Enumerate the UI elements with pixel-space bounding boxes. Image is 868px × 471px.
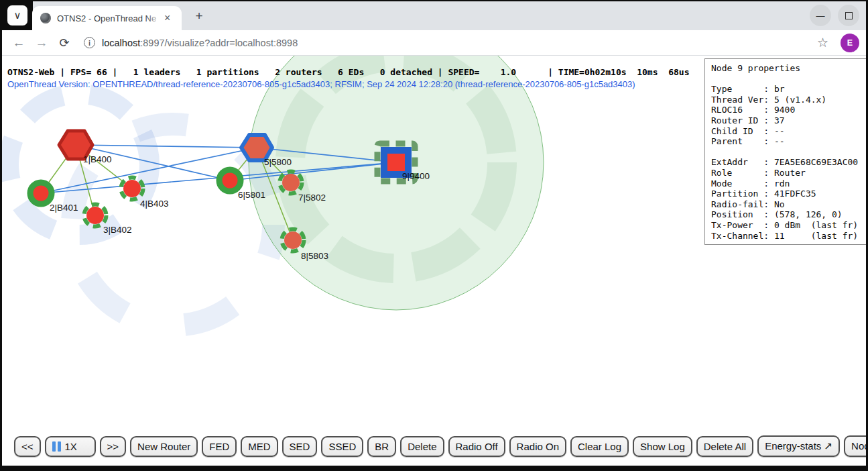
ed-circle[interactable] bbox=[282, 174, 300, 191]
ed-circle[interactable] bbox=[219, 170, 241, 191]
browser-tab[interactable]: OTNS2 - OpenThread Ne × bbox=[32, 6, 182, 30]
delete-button[interactable]: Delete bbox=[400, 436, 444, 457]
prop-tx-channel: Tx-Channel: 11 (last fr) bbox=[711, 231, 863, 242]
node-label: 4|B403 bbox=[140, 199, 169, 209]
radio-off-button[interactable]: Radio Off bbox=[448, 436, 505, 457]
address-bar: ← → ⟳ i localhost:8997/visualize?addr=lo… bbox=[2, 30, 866, 56]
show-log-button[interactable]: Show Log bbox=[633, 436, 692, 457]
prop-radio-fail: Radio-fail: No bbox=[711, 199, 863, 210]
prop-position: Position : (578, 126, 0) bbox=[711, 209, 863, 220]
prop-tx-power: Tx-Power : 0 dBm (last fr) bbox=[711, 220, 863, 231]
profile-avatar[interactable]: E bbox=[841, 34, 859, 52]
energy-stats-button[interactable]: Energy-stats ↗ bbox=[757, 435, 840, 457]
prop-role: Role : Router bbox=[711, 168, 863, 178]
speed-label: 1X bbox=[65, 441, 77, 452]
new-router-button[interactable]: New Router bbox=[130, 436, 198, 457]
address-bar-right: ☆ E bbox=[817, 34, 866, 52]
ed-circle[interactable] bbox=[123, 180, 141, 197]
speed-down-button[interactable]: << bbox=[14, 436, 41, 457]
prop-thread-ver: Thread Ver: 5 (v1.4.x) bbox=[711, 95, 863, 105]
tab-strip: ∨ OTNS2 - OpenThread Ne × + — bbox=[2, 1, 866, 30]
speed-pause-button[interactable]: 1X bbox=[45, 436, 96, 457]
prop-parent: Parent : -- bbox=[711, 136, 863, 147]
prop-rloc16: RLOC16 : 9400 bbox=[711, 105, 863, 115]
bookmark-star-icon[interactable]: ☆ bbox=[817, 35, 828, 50]
delete-all-button[interactable]: Delete All bbox=[696, 436, 753, 457]
sed-button[interactable]: SED bbox=[282, 436, 318, 457]
minimize-icon: — bbox=[816, 11, 825, 21]
window-controls: — bbox=[810, 5, 859, 26]
url-path: :8997/visualize?addr=localhost:8998 bbox=[140, 38, 298, 48]
node-label: 3|B402 bbox=[103, 225, 132, 235]
back-icon[interactable]: ← bbox=[7, 36, 30, 50]
node-label: 9|9400 bbox=[402, 171, 430, 181]
panel-title: Node 9 properties bbox=[711, 63, 863, 74]
tab-close-icon[interactable]: × bbox=[164, 13, 170, 23]
version-line: OpenThread Version: OPENTHREAD/thread-re… bbox=[7, 79, 635, 89]
node-label: 5|5800 bbox=[264, 157, 292, 167]
browser-window: ∨ OTNS2 - OpenThread Ne × + — ← → ⟳ i lo… bbox=[0, 0, 868, 471]
node-label: 1|B400 bbox=[83, 154, 112, 164]
node-label: 7|5802 bbox=[298, 193, 326, 203]
med-button[interactable]: MED bbox=[241, 436, 277, 457]
node-label: 2|B401 bbox=[50, 203, 78, 213]
ed-circle[interactable] bbox=[86, 207, 104, 224]
chevron-down-icon: ∨ bbox=[14, 9, 21, 21]
node-label: 6|5801 bbox=[238, 190, 265, 200]
minimize-button[interactable]: — bbox=[810, 5, 831, 26]
reload-icon[interactable]: ⟳ bbox=[53, 36, 76, 50]
forward-icon[interactable]: → bbox=[30, 36, 53, 50]
prop-router-id: Router ID : 37 bbox=[711, 115, 863, 126]
link-1-5 bbox=[76, 145, 257, 148]
pause-icon bbox=[52, 441, 61, 452]
ed-circle[interactable] bbox=[284, 231, 302, 249]
maximize-button[interactable] bbox=[838, 5, 859, 26]
radio-on-button[interactable]: Radio On bbox=[509, 436, 566, 457]
browser-chrome: ∨ OTNS2 - OpenThread Ne × + — ← → ⟳ i lo… bbox=[2, 1, 866, 466]
new-tab-button[interactable]: + bbox=[190, 7, 208, 25]
simulator-canvas[interactable]: 1|B400 2|B401 3|B402 4|B403 bbox=[2, 56, 866, 466]
tab-title: OTNS2 - OpenThread Ne bbox=[57, 13, 163, 23]
maximize-icon bbox=[845, 12, 853, 19]
ssed-button[interactable]: SSED bbox=[321, 436, 363, 457]
node-stats-button[interactable]: Node-stats ↗ bbox=[844, 435, 866, 457]
tab-search-button[interactable]: ∨ bbox=[7, 5, 27, 25]
site-favicon-icon bbox=[40, 13, 51, 23]
node-label: 8|5803 bbox=[301, 251, 328, 261]
prop-type: Type : br bbox=[711, 84, 863, 95]
url-text[interactable]: localhost:8997/visualize?addr=localhost:… bbox=[102, 38, 298, 48]
node-1[interactable]: 1|B400 bbox=[59, 131, 112, 164]
tab-title-fade bbox=[145, 13, 163, 23]
status-bar: OTNS2-Web | FPS= 66 | 1 leaders 1 partit… bbox=[7, 67, 689, 77]
br-button[interactable]: BR bbox=[367, 436, 396, 457]
ed-circle[interactable] bbox=[30, 182, 52, 204]
toolbar: << 1X >> New Router FED MED SED SSED BR … bbox=[14, 435, 866, 457]
prop-partition: Partition : 41FDFC35 bbox=[711, 189, 863, 199]
url-host: localhost bbox=[102, 38, 140, 48]
prop-extaddr: ExtAddr : 7EA5E68C69E3AC00 bbox=[711, 157, 863, 168]
prop-child-id: Child ID : -- bbox=[711, 126, 863, 137]
speed-up-button[interactable]: >> bbox=[100, 436, 127, 457]
site-info-icon[interactable]: i bbox=[84, 37, 95, 48]
fed-button[interactable]: FED bbox=[202, 436, 237, 457]
clear-log-button[interactable]: Clear Log bbox=[570, 436, 629, 457]
prop-mode: Mode : rdn bbox=[711, 178, 863, 189]
node-properties-panel: Node 9 properties Type : br Thread Ver: … bbox=[704, 58, 866, 245]
